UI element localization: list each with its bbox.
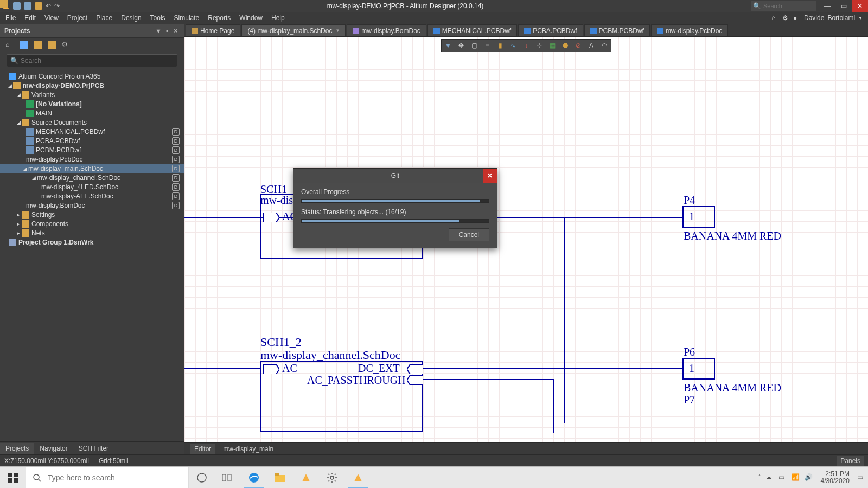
taskbar-search-input[interactable] [48,473,188,482]
doc-tab[interactable]: Home Page [186,24,240,36]
settings-icon[interactable] [319,467,345,489]
project-tree[interactable]: Altium Concord Pro on A365 ◢mw-display-D… [0,69,184,441]
tree-settings[interactable]: Settings [31,211,184,219]
menu-place[interactable]: Place [92,13,117,23]
panel-close-icon[interactable]: × [172,27,180,35]
editor-tab[interactable]: Editor [190,444,215,454]
tree-main-var[interactable]: MAIN [36,110,184,117]
tb-folder2-icon[interactable] [48,41,56,49]
rect-icon[interactable]: ▢ [468,40,481,52]
edge-icon[interactable] [241,467,267,489]
maximize-button[interactable]: ▭ [835,0,852,12]
close-button[interactable]: ✕ [852,0,868,12]
altium-icon[interactable] [293,467,319,489]
menu-simulate[interactable]: Simulate [170,13,204,23]
tree-components[interactable]: Components [31,220,184,228]
tag-icon[interactable]: ⬣ [559,40,572,52]
open-icon[interactable] [35,2,42,10]
doc-tab[interactable]: MECHANICAL.PCBDwf [427,24,517,36]
system-tray[interactable]: ˄ ☁ ▭ 📶 🔊 2:51 PM 4/30/2020 ▭ [758,471,868,485]
menu-help[interactable]: Help [267,13,289,23]
arrow-icon[interactable]: ↓ [520,40,533,52]
menu-tools[interactable]: Tools [146,13,170,23]
filter-icon[interactable]: ▼ [442,40,455,52]
projects-search-input[interactable] [21,57,174,65]
wifi-icon[interactable]: 📶 [792,473,800,482]
menu-project[interactable]: Project [63,13,92,23]
explorer-icon[interactable] [267,467,293,489]
panels-button[interactable]: Panels [837,456,864,466]
tree-variants[interactable]: Variants [31,91,184,99]
menu-reports[interactable]: Reports [203,13,235,23]
menu-view[interactable]: View [40,13,63,23]
text-icon[interactable]: A [585,40,598,52]
redo-icon[interactable]: ↷ [54,2,60,10]
minimize-button[interactable]: — [819,0,835,12]
noentry-icon[interactable]: ⊘ [572,40,585,52]
tree-doc-active[interactable]: mw-display_main.SchDoc [28,165,172,172]
tree-nets[interactable]: Nets [31,229,184,237]
doc-tab-active[interactable]: (4) mw-display_main.SchDoc▼ [241,24,346,36]
tree-group[interactable]: Project Group 1.DsnWrk [18,239,184,246]
save-icon[interactable] [24,2,31,10]
doc-tab[interactable]: PCBM.PCBDwf [584,24,650,36]
wave-icon[interactable]: ∿ [507,40,520,52]
menu-edit[interactable]: Edit [20,13,40,23]
tree-srcdocs[interactable]: Source Documents [31,119,184,126]
tree-doc[interactable]: mw-display_4LED.SchDoc [41,183,172,191]
tb-home-icon[interactable]: ⌂ [5,41,14,49]
projects-search[interactable]: 🔍 [7,54,177,67]
doc-tab[interactable]: mw-display.PcbDoc [651,24,728,36]
home-icon[interactable]: ⌂ [771,14,779,22]
dialog-close-button[interactable]: ✕ [483,169,497,183]
align-icon[interactable]: ≡ [481,40,494,52]
gear-icon[interactable]: ⚙ [782,14,790,22]
undo-icon[interactable]: ↶ [46,2,51,10]
drag-icon[interactable]: ⊹ [533,40,546,52]
panel-dropdown-icon[interactable]: ▾ [155,27,162,35]
user-last[interactable]: Bortolami [827,14,855,22]
taskview-icon[interactable] [215,467,241,489]
volume-icon[interactable]: 🔊 [805,473,813,482]
flag-icon[interactable]: ▮ [494,40,507,52]
tree-doc[interactable]: mw-display-AFE.SchDoc [41,192,172,200]
cortana-icon[interactable] [189,467,215,489]
global-search-input[interactable] [763,3,801,9]
battery-icon[interactable]: ▭ [778,473,787,482]
panel-pin-icon[interactable]: ▪ [163,27,171,35]
tray-expand-icon[interactable]: ˄ [758,474,761,481]
tb-add-icon[interactable] [20,41,28,49]
projects-panel-header[interactable]: Projects ▾ ▪ × [0,24,184,38]
tb-gear-icon[interactable]: ⚙ [62,41,71,49]
tree-novar[interactable]: [No Variations] [36,100,184,108]
tree-doc[interactable]: PCBM.PCBDwf [36,146,172,154]
menu-design[interactable]: Design [117,13,145,23]
notifications-icon[interactable]: ▭ [857,473,866,482]
tree-doc[interactable]: mw-display.PcbDoc [26,156,172,163]
tree-doc[interactable]: MECHANICAL.PCBDwf [36,128,172,136]
taskbar-search[interactable] [26,467,189,489]
chip-icon[interactable]: ▦ [546,40,559,52]
schematic-canvas[interactable]: SCH1_1 mw-disp AC P4 1 BANANA 4MM RED SC… [184,37,868,442]
arc-icon[interactable]: ◠ [598,40,611,52]
user-dropdown-icon[interactable]: ▼ [858,16,863,21]
start-button[interactable] [0,467,26,489]
altium-active-icon[interactable] [345,467,371,489]
sidebar-tab-projects[interactable]: Projects [0,443,34,454]
cancel-button[interactable]: Cancel [449,228,489,241]
tree-doc[interactable]: mw-display.BomDoc [26,202,172,209]
doc-tab[interactable]: mw-display.BomDoc [347,24,426,36]
user-first[interactable]: Davide [804,14,824,22]
chevron-down-icon[interactable]: ▼ [335,28,340,33]
active-bar[interactable]: ▼ ✥ ▢ ≡ ▮ ∿ ↓ ⊹ ▦ ⬣ ⊘ A ◠ [441,39,611,52]
clock[interactable]: 2:51 PM 4/30/2020 [818,471,853,485]
sidebar-tab-schfilter[interactable]: SCH Filter [73,443,114,454]
tree-root[interactable]: Altium Concord Pro on A365 [18,73,184,80]
tree-doc[interactable]: mw-display_channel.SchDoc [37,174,172,182]
onedrive-icon[interactable]: ☁ [765,473,774,482]
tree-doc[interactable]: PCBA.PCBDwf [36,137,172,145]
sidebar-tab-navigator[interactable]: Navigator [34,443,73,454]
new-icon[interactable] [13,2,21,10]
tb-folder-icon[interactable] [34,41,42,49]
notify-icon[interactable]: ● [793,14,801,22]
